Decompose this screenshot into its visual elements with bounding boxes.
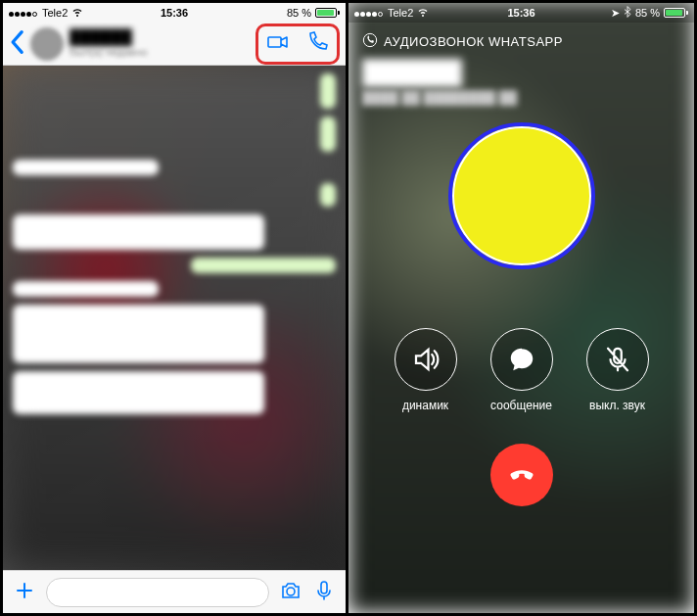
caller-avatar (448, 122, 595, 269)
speaker-icon (395, 328, 457, 391)
message-bubble[interactable] (13, 371, 264, 414)
battery-icon (664, 8, 688, 18)
mute-icon (586, 328, 649, 391)
message-bubble[interactable] (13, 281, 159, 297)
location-icon: ➤ (611, 7, 620, 20)
camera-icon[interactable] (279, 579, 302, 606)
hangup-icon (506, 457, 537, 493)
attach-icon[interactable] (13, 579, 36, 606)
voice-call-icon[interactable] (305, 30, 329, 58)
mic-icon[interactable] (312, 579, 336, 606)
bluetooth-icon (624, 6, 631, 20)
end-call-button[interactable] (490, 444, 553, 506)
wifi-icon (71, 6, 83, 20)
call-buttons-highlight (256, 24, 340, 65)
chat-header: ██████ был(а) недавно (3, 23, 346, 66)
status-bar: Tele2 15:36 ➤ 85 % (348, 3, 694, 23)
message-label: сообщение (490, 399, 552, 412)
message-bubble[interactable] (320, 183, 336, 207)
contact-status: был(а) недавно (70, 46, 250, 58)
contact-avatar[interactable] (30, 27, 64, 61)
message-bubble[interactable] (320, 73, 336, 109)
contact-info[interactable]: ██████ был(а) недавно (70, 29, 250, 58)
chat-input-bar (3, 570, 346, 613)
message-icon (490, 328, 553, 391)
message-bubble[interactable] (320, 117, 336, 152)
phone-chat-screen: Tele2 15:36 85 % ██████ был(а) недавно (3, 3, 348, 613)
battery-icon (315, 8, 340, 18)
carrier-label: Tele2 (388, 7, 413, 19)
mute-label: выкл. звук (589, 399, 645, 412)
message-bubble[interactable] (191, 258, 337, 273)
whatsapp-icon (362, 32, 378, 51)
mute-button[interactable]: выкл. звук (586, 328, 649, 412)
status-time: 15:36 (507, 7, 534, 19)
battery-pct: 85 % (287, 7, 311, 19)
back-icon[interactable] (9, 29, 24, 59)
signal-dots (354, 7, 384, 19)
status-time: 15:36 (161, 7, 188, 19)
caller-status: ████ ██ ████████ ██ (348, 86, 531, 105)
phone-call-screen: Tele2 15:36 ➤ 85 % (348, 3, 694, 613)
caller-name: ██████ (348, 59, 462, 86)
carrier-label: Tele2 (42, 7, 68, 19)
video-call-icon[interactable] (266, 30, 290, 58)
message-button[interactable]: сообщение (490, 328, 553, 412)
wifi-icon (417, 6, 429, 20)
message-input[interactable] (46, 578, 269, 607)
contact-name: ██████ (70, 29, 250, 46)
speaker-label: динамик (402, 399, 448, 412)
call-actions: динамик сообщение выкл. звук (395, 328, 649, 412)
signal-dots (9, 7, 38, 19)
call-title-row: АУДИОЗВОНОК WHATSAPP (348, 23, 694, 53)
chat-body[interactable] (3, 66, 346, 570)
battery-pct: 85 % (635, 7, 660, 19)
message-bubble[interactable] (13, 305, 264, 363)
status-bar: Tele2 15:36 85 % (3, 3, 346, 23)
speaker-button[interactable]: динамик (395, 328, 457, 412)
message-bubble[interactable] (13, 214, 264, 250)
message-bubble[interactable] (13, 160, 159, 175)
call-type-label: АУДИОЗВОНОК WHATSAPP (384, 34, 563, 49)
